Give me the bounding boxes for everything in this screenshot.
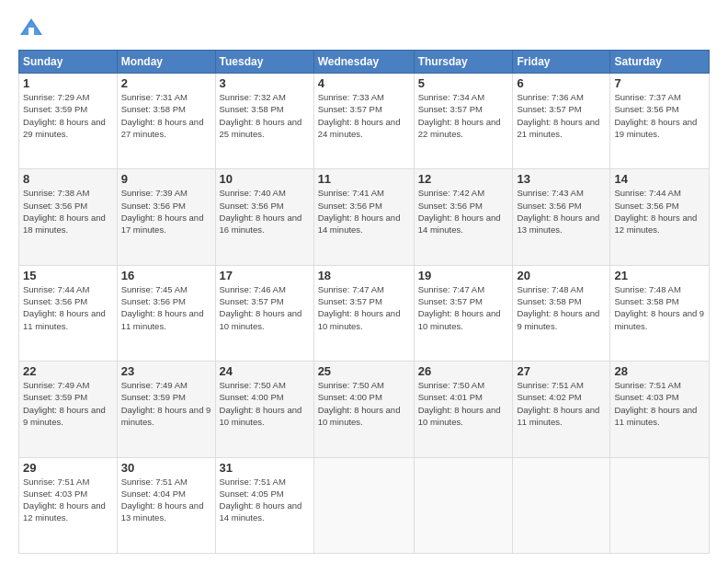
day-cell: 20Sunrise: 7:48 AMSunset: 3:58 PMDayligh… <box>513 265 610 361</box>
day-header-thursday: Thursday <box>414 51 513 74</box>
day-info: Sunrise: 7:51 AMSunset: 4:04 PMDaylight:… <box>121 476 211 524</box>
day-info: Sunrise: 7:50 AMSunset: 4:01 PMDaylight:… <box>418 379 509 428</box>
day-number: 13 <box>517 172 606 186</box>
day-number: 18 <box>318 269 410 282</box>
day-cell: 17Sunrise: 7:46 AMSunset: 3:57 PMDayligh… <box>215 265 313 361</box>
week-row-1: 1Sunrise: 7:29 AMSunset: 3:59 PMDaylight… <box>19 74 710 169</box>
calendar: SundayMondayTuesdayWednesdayThursdayFrid… <box>18 50 710 554</box>
week-row-2: 8Sunrise: 7:38 AMSunset: 3:56 PMDaylight… <box>19 169 710 265</box>
day-number: 9 <box>121 172 211 186</box>
day-cell: 3Sunrise: 7:32 AMSunset: 3:58 PMDaylight… <box>215 74 313 169</box>
day-info: Sunrise: 7:44 AMSunset: 3:56 PMDaylight:… <box>23 283 113 332</box>
day-number: 14 <box>614 172 705 186</box>
day-cell: 8Sunrise: 7:38 AMSunset: 3:56 PMDaylight… <box>19 169 118 265</box>
day-info: Sunrise: 7:51 AMSunset: 4:03 PMDaylight:… <box>23 476 113 524</box>
day-number: 22 <box>23 364 113 378</box>
day-cell: 12Sunrise: 7:42 AMSunset: 3:56 PMDayligh… <box>414 169 513 265</box>
day-info: Sunrise: 7:43 AMSunset: 3:56 PMDaylight:… <box>517 187 606 236</box>
week-row-4: 22Sunrise: 7:49 AMSunset: 3:59 PMDayligh… <box>19 362 710 457</box>
day-cell: 26Sunrise: 7:50 AMSunset: 4:01 PMDayligh… <box>414 362 513 457</box>
day-number: 20 <box>517 269 606 282</box>
day-info: Sunrise: 7:50 AMSunset: 4:00 PMDaylight:… <box>318 379 410 428</box>
day-number: 8 <box>23 172 113 186</box>
day-info: Sunrise: 7:33 AMSunset: 3:57 PMDaylight:… <box>318 91 410 140</box>
day-cell: 15Sunrise: 7:44 AMSunset: 3:56 PMDayligh… <box>19 265 118 361</box>
day-cell: 22Sunrise: 7:49 AMSunset: 3:59 PMDayligh… <box>19 362 118 457</box>
day-number: 1 <box>23 76 113 90</box>
day-info: Sunrise: 7:45 AMSunset: 3:56 PMDaylight:… <box>121 283 211 332</box>
page: SundayMondayTuesdayWednesdayThursdayFrid… <box>0 0 728 563</box>
day-info: Sunrise: 7:34 AMSunset: 3:57 PMDaylight:… <box>418 91 509 140</box>
day-cell: 24Sunrise: 7:50 AMSunset: 4:00 PMDayligh… <box>215 362 313 457</box>
day-cell: 27Sunrise: 7:51 AMSunset: 4:02 PMDayligh… <box>513 362 610 457</box>
day-header-wednesday: Wednesday <box>313 51 414 74</box>
day-number: 17 <box>220 269 310 282</box>
day-info: Sunrise: 7:41 AMSunset: 3:56 PMDaylight:… <box>318 187 410 236</box>
day-cell: 21Sunrise: 7:48 AMSunset: 3:58 PMDayligh… <box>610 265 710 361</box>
day-header-sunday: Sunday <box>19 51 118 74</box>
day-cell <box>610 457 710 553</box>
day-cell: 13Sunrise: 7:43 AMSunset: 3:56 PMDayligh… <box>513 169 610 265</box>
day-number: 7 <box>614 76 705 90</box>
day-number: 6 <box>517 76 606 90</box>
header <box>18 15 710 40</box>
day-number: 11 <box>318 172 410 186</box>
day-cell: 6Sunrise: 7:36 AMSunset: 3:57 PMDaylight… <box>513 74 610 169</box>
day-info: Sunrise: 7:31 AMSunset: 3:58 PMDaylight:… <box>121 91 211 140</box>
day-info: Sunrise: 7:51 AMSunset: 4:02 PMDaylight:… <box>517 379 606 428</box>
day-info: Sunrise: 7:49 AMSunset: 3:59 PMDaylight:… <box>23 379 113 428</box>
day-info: Sunrise: 7:39 AMSunset: 3:56 PMDaylight:… <box>121 187 211 236</box>
day-number: 5 <box>418 76 509 90</box>
day-cell: 30Sunrise: 7:51 AMSunset: 4:04 PMDayligh… <box>117 457 215 553</box>
day-cell <box>313 457 414 553</box>
day-header-saturday: Saturday <box>610 51 710 74</box>
day-cell: 2Sunrise: 7:31 AMSunset: 3:58 PMDaylight… <box>117 74 215 169</box>
day-info: Sunrise: 7:29 AMSunset: 3:59 PMDaylight:… <box>23 91 113 140</box>
day-info: Sunrise: 7:48 AMSunset: 3:58 PMDaylight:… <box>517 283 606 332</box>
week-row-3: 15Sunrise: 7:44 AMSunset: 3:56 PMDayligh… <box>19 265 710 361</box>
day-number: 26 <box>418 364 509 378</box>
day-number: 29 <box>23 461 113 475</box>
day-info: Sunrise: 7:40 AMSunset: 3:56 PMDaylight:… <box>220 187 310 236</box>
day-cell: 16Sunrise: 7:45 AMSunset: 3:56 PMDayligh… <box>117 265 215 361</box>
day-number: 27 <box>517 364 606 378</box>
day-cell: 9Sunrise: 7:39 AMSunset: 3:56 PMDaylight… <box>117 169 215 265</box>
day-number: 31 <box>220 461 310 475</box>
day-cell: 4Sunrise: 7:33 AMSunset: 3:57 PMDaylight… <box>313 74 414 169</box>
day-cell: 11Sunrise: 7:41 AMSunset: 3:56 PMDayligh… <box>313 169 414 265</box>
day-cell: 10Sunrise: 7:40 AMSunset: 3:56 PMDayligh… <box>215 169 313 265</box>
calendar-table: SundayMondayTuesdayWednesdayThursdayFrid… <box>18 50 710 554</box>
day-info: Sunrise: 7:37 AMSunset: 3:56 PMDaylight:… <box>614 91 705 140</box>
day-number: 19 <box>418 269 509 282</box>
day-number: 24 <box>220 364 310 378</box>
day-cell <box>513 457 610 553</box>
day-info: Sunrise: 7:38 AMSunset: 3:56 PMDaylight:… <box>23 187 113 236</box>
day-number: 10 <box>220 172 310 186</box>
day-header-tuesday: Tuesday <box>215 51 313 74</box>
day-number: 23 <box>121 364 211 378</box>
day-cell: 14Sunrise: 7:44 AMSunset: 3:56 PMDayligh… <box>610 169 710 265</box>
day-info: Sunrise: 7:47 AMSunset: 3:57 PMDaylight:… <box>318 283 410 332</box>
day-number: 21 <box>614 269 705 282</box>
day-cell: 7Sunrise: 7:37 AMSunset: 3:56 PMDaylight… <box>610 74 710 169</box>
day-info: Sunrise: 7:44 AMSunset: 3:56 PMDaylight:… <box>614 187 705 236</box>
day-cell: 25Sunrise: 7:50 AMSunset: 4:00 PMDayligh… <box>313 362 414 457</box>
logo <box>18 15 48 40</box>
day-number: 4 <box>318 76 410 90</box>
day-info: Sunrise: 7:47 AMSunset: 3:57 PMDaylight:… <box>418 283 509 332</box>
day-info: Sunrise: 7:36 AMSunset: 3:57 PMDaylight:… <box>517 91 606 140</box>
logo-icon <box>18 15 44 40</box>
day-number: 15 <box>23 269 113 282</box>
day-cell: 19Sunrise: 7:47 AMSunset: 3:57 PMDayligh… <box>414 265 513 361</box>
day-header-friday: Friday <box>513 51 610 74</box>
day-cell: 31Sunrise: 7:51 AMSunset: 4:05 PMDayligh… <box>215 457 313 553</box>
day-cell: 23Sunrise: 7:49 AMSunset: 3:59 PMDayligh… <box>117 362 215 457</box>
day-number: 3 <box>220 76 310 90</box>
day-cell: 18Sunrise: 7:47 AMSunset: 3:57 PMDayligh… <box>313 265 414 361</box>
day-cell: 28Sunrise: 7:51 AMSunset: 4:03 PMDayligh… <box>610 362 710 457</box>
day-header-monday: Monday <box>117 51 215 74</box>
day-number: 25 <box>318 364 410 378</box>
week-row-5: 29Sunrise: 7:51 AMSunset: 4:03 PMDayligh… <box>19 457 710 553</box>
day-cell: 5Sunrise: 7:34 AMSunset: 3:57 PMDaylight… <box>414 74 513 169</box>
day-info: Sunrise: 7:46 AMSunset: 3:57 PMDaylight:… <box>220 283 310 332</box>
